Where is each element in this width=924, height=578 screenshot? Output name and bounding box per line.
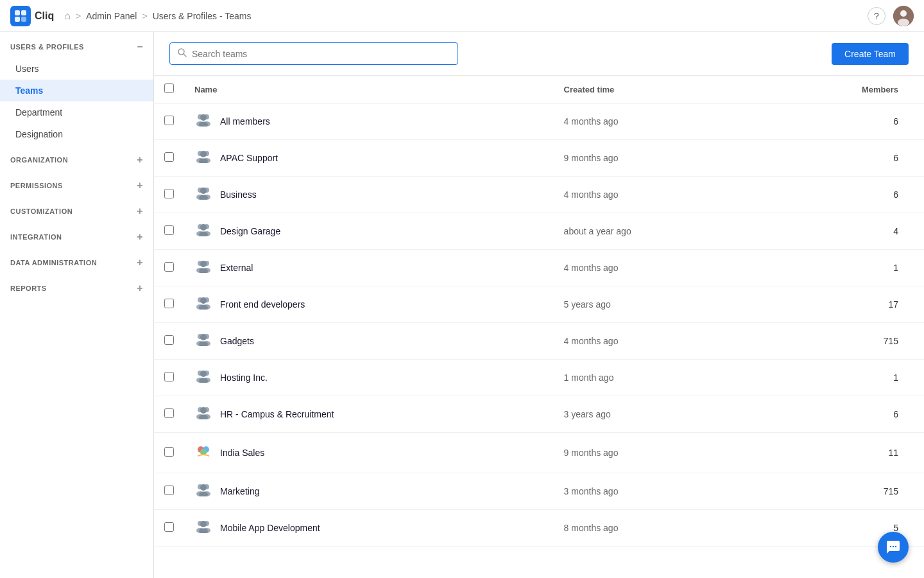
team-icon	[194, 186, 212, 204]
team-created-time: 3 years ago	[554, 396, 757, 433]
team-name-text[interactable]: Hosting Inc.	[220, 372, 268, 383]
team-members-count: 715	[757, 323, 924, 360]
team-icon	[194, 222, 212, 240]
sidebar-section-header-permissions[interactable]: PERMISSIONS +	[0, 171, 153, 197]
sidebar-item-department[interactable]: Department	[0, 101, 153, 123]
row-checkbox-cell	[154, 433, 184, 473]
team-members-count: 1	[757, 360, 924, 396]
section-toggle-permissions[interactable]: +	[137, 180, 143, 191]
team-members-count: 715	[757, 473, 924, 510]
row-checkbox[interactable]	[164, 522, 174, 532]
app-logo[interactable]: Cliq	[10, 6, 54, 26]
sidebar-item-users[interactable]: Users	[0, 58, 153, 80]
breadcrumb-current: Users & Profiles - Teams	[153, 11, 252, 21]
row-checkbox[interactable]	[164, 447, 174, 457]
sidebar-section-header-reports[interactable]: REPORTS +	[0, 274, 153, 299]
team-name-text[interactable]: APAC Support	[220, 153, 278, 163]
team-icon	[194, 112, 212, 130]
sidebar-section-header-data-admin[interactable]: DATA ADMINISTRATION +	[0, 248, 153, 274]
table-row: India Sales9 months ago11	[154, 433, 924, 473]
team-icon	[194, 369, 212, 387]
sidebar-item-designation[interactable]: Designation	[0, 123, 153, 145]
svg-point-74	[200, 521, 207, 527]
team-icon	[194, 405, 212, 423]
sidebar-section-customization: CUSTOMIZATION +	[0, 197, 153, 222]
admin-panel-label[interactable]: Admin Panel	[86, 11, 137, 21]
svg-point-78	[890, 546, 891, 547]
logo-icon	[10, 6, 31, 26]
svg-point-80	[895, 546, 896, 547]
team-name-text[interactable]: Business	[220, 189, 257, 200]
team-name-cell: External	[184, 250, 554, 286]
create-team-button[interactable]: Create Team	[832, 43, 909, 65]
row-checkbox[interactable]	[164, 372, 174, 381]
section-toggle-organization[interactable]: +	[137, 154, 143, 166]
row-checkbox[interactable]	[164, 335, 174, 345]
row-checkbox[interactable]	[164, 262, 174, 272]
sidebar-section-header-organization[interactable]: ORGANIZATION +	[0, 145, 153, 171]
team-name-text[interactable]: India Sales	[220, 448, 264, 458]
team-created-time: 8 months ago	[554, 510, 757, 547]
section-title-reports: REPORTS	[10, 285, 47, 292]
section-toggle-users-profiles[interactable]: −	[137, 41, 143, 53]
svg-point-11	[200, 114, 207, 121]
team-members-count: 4	[757, 213, 924, 250]
team-created-time: 4 months ago	[554, 177, 757, 213]
row-checkbox[interactable]	[164, 486, 174, 495]
row-checkbox-cell	[154, 177, 184, 213]
table-row: Gadgets4 months ago715	[154, 323, 924, 360]
team-name-text[interactable]: Front end developers	[220, 299, 305, 310]
help-button[interactable]: ?	[868, 7, 886, 25]
team-name-text[interactable]: Mobile App Development	[220, 523, 320, 533]
team-name-text[interactable]: External	[220, 263, 253, 273]
team-name-cell: HR - Campus & Recruitment	[184, 396, 554, 433]
sidebar-section-data-admin: DATA ADMINISTRATION +	[0, 248, 153, 274]
table-row: All members4 months ago6	[154, 103, 924, 140]
chat-fab-button[interactable]	[878, 532, 909, 563]
row-checkbox-cell	[154, 103, 184, 140]
section-toggle-integration[interactable]: +	[137, 231, 143, 243]
row-checkbox-cell	[154, 140, 184, 177]
search-box[interactable]	[169, 42, 458, 65]
team-members-count: 6	[757, 396, 924, 433]
table-header-row: Name Created time Members	[154, 76, 924, 103]
section-toggle-reports[interactable]: +	[137, 283, 143, 294]
select-all-checkbox[interactable]	[164, 83, 174, 93]
home-icon[interactable]: ⌂	[64, 10, 71, 22]
team-name-text[interactable]: Marketing	[220, 486, 259, 496]
main-content: Create Team Name Crea	[154, 32, 924, 578]
team-name-text[interactable]: All members	[220, 116, 270, 127]
section-toggle-customization[interactable]: +	[137, 206, 143, 217]
row-checkbox[interactable]	[164, 116, 174, 125]
svg-point-79	[893, 546, 894, 547]
sidebar-section-header-users-profiles[interactable]: USERS & PROFILES −	[0, 32, 153, 58]
team-name-text[interactable]: Design Garage	[220, 226, 280, 236]
teams-table: Name Created time Members	[154, 76, 924, 547]
row-checkbox[interactable]	[164, 189, 174, 198]
team-name-text[interactable]: Gadgets	[220, 336, 254, 346]
row-checkbox[interactable]	[164, 299, 174, 308]
breadcrumb: ⌂ > Admin Panel > Users & Profiles - Tea…	[64, 10, 251, 22]
row-checkbox[interactable]	[164, 408, 174, 418]
row-checkbox[interactable]	[164, 152, 174, 162]
breadcrumb-sep2: >	[142, 11, 147, 21]
row-checkbox-cell	[154, 510, 184, 547]
sidebar-section-header-integration[interactable]: INTEGRATION +	[0, 222, 153, 248]
content-area: Create Team Name Crea	[154, 32, 924, 578]
team-name-cell: APAC Support	[184, 140, 554, 177]
section-title-customization: CUSTOMIZATION	[10, 207, 73, 215]
user-avatar[interactable]	[893, 6, 914, 26]
sidebar-item-teams[interactable]: Teams	[0, 80, 153, 101]
section-toggle-data-admin[interactable]: +	[137, 257, 143, 268]
row-checkbox-cell	[154, 250, 184, 286]
team-name-cell: Hosting Inc.	[184, 360, 554, 396]
sidebar-section-header-customization[interactable]: CUSTOMIZATION +	[0, 197, 153, 222]
row-checkbox-cell	[154, 360, 184, 396]
search-input[interactable]	[192, 49, 450, 59]
table-row: Marketing3 months ago715	[154, 473, 924, 510]
team-name-text[interactable]: HR - Campus & Recruitment	[220, 409, 334, 419]
table-row: APAC Support9 months ago6	[154, 140, 924, 177]
row-checkbox-cell	[154, 396, 184, 433]
logo-text: Cliq	[35, 10, 54, 22]
row-checkbox[interactable]	[164, 225, 174, 235]
